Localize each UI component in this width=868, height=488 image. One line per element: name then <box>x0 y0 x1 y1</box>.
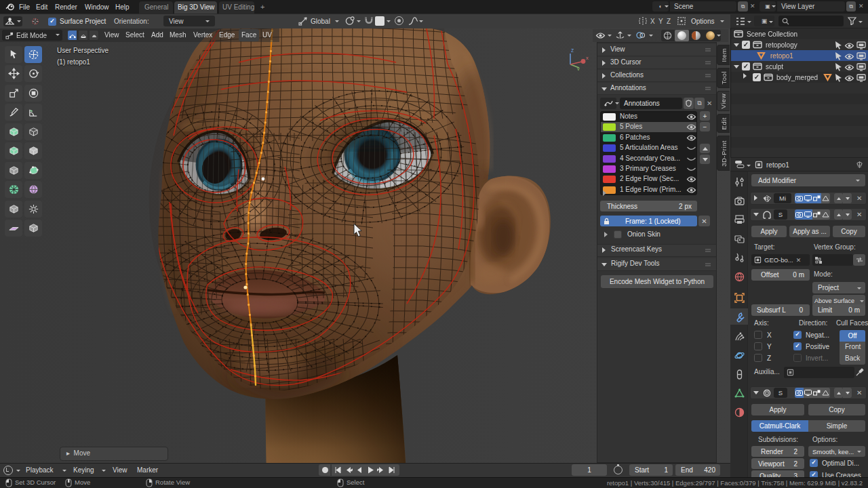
svg-text:z: z <box>571 47 574 54</box>
svg-text:y: y <box>577 66 580 70</box>
svg-text:x: x <box>586 55 589 61</box>
